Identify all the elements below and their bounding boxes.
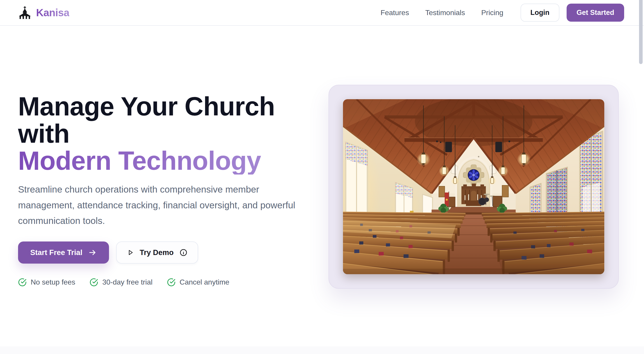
check-circle-icon (167, 278, 176, 287)
login-button[interactable]: Login (520, 3, 560, 22)
cta-row: Start Free Trial Try Demo (18, 242, 309, 264)
benefit-item-no-setup-fees: No setup fees (18, 278, 75, 287)
get-started-button[interactable]: Get Started (566, 3, 624, 22)
start-free-trial-button[interactable]: Start Free Trial (18, 242, 109, 264)
benefit-label: 30-day free trial (102, 278, 152, 286)
benefit-item-free-trial: 30-day free trial (90, 278, 152, 287)
nav-link-pricing[interactable]: Pricing (481, 8, 504, 17)
landing-page: Kanisa Features Testimonials Pricing Log… (0, 0, 644, 289)
scrollbar-thumb[interactable] (639, 0, 643, 64)
brand[interactable]: Kanisa (18, 6, 69, 19)
hero-section: Manage Your Church with Modern Technolog… (0, 26, 644, 289)
hero-content: Manage Your Church with Modern Technolog… (18, 85, 309, 287)
heading-line-1: Manage Your Church (18, 93, 309, 120)
check-circle-icon (18, 278, 27, 287)
try-demo-label: Try Demo (140, 248, 174, 257)
next-section-edge (0, 346, 644, 354)
brand-name: Kanisa (36, 6, 69, 19)
scrollbar[interactable] (638, 0, 644, 354)
arrow-right-icon (88, 248, 97, 257)
try-demo-button[interactable]: Try Demo (116, 242, 198, 264)
heading-line-2: with (18, 120, 309, 147)
benefit-label: Cancel anytime (180, 278, 230, 286)
nav-link-features[interactable]: Features (380, 8, 409, 17)
hero-heading: Manage Your Church with Modern Technolog… (18, 93, 309, 175)
nav-link-testimonials[interactable]: Testimonials (425, 8, 465, 17)
hero-image-card (328, 85, 619, 289)
play-icon (126, 249, 134, 256)
benefits-list: No setup fees 30-day free trial (18, 278, 309, 287)
benefit-label: No setup fees (31, 278, 75, 286)
church-interior-photo (343, 99, 604, 274)
check-circle-icon (90, 278, 98, 287)
hero-description: Streamline church operations with compre… (18, 182, 309, 229)
heading-accent: Modern Technology (18, 147, 309, 175)
navbar: Kanisa Features Testimonials Pricing Log… (0, 0, 644, 26)
start-free-trial-label: Start Free Trial (30, 248, 82, 257)
nav-links: Features Testimonials Pricing (380, 8, 503, 17)
church-icon (18, 6, 32, 19)
info-icon (179, 248, 188, 257)
benefit-item-cancel-anytime: Cancel anytime (167, 278, 230, 287)
